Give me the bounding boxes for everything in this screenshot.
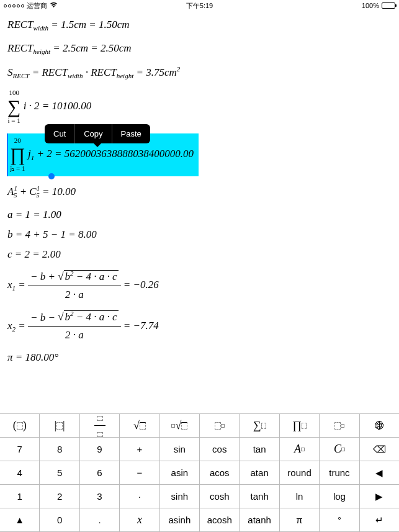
battery-icon	[382, 2, 395, 9]
status-time: 下午5:19	[186, 1, 213, 11]
eq-x1[interactable]: x1 = − b + √b2 − 4 · a · c 2 · a = −0.26	[7, 269, 392, 302]
arrow-right-icon: ▶	[375, 491, 383, 502]
key-log[interactable]: log	[320, 485, 359, 508]
eq-rect-area[interactable]: SRECT = RECTwidth · RECTheight = 3.75cm2	[7, 65, 392, 81]
key-sigma[interactable]: ∑	[240, 414, 279, 438]
key-nthroot[interactable]: √	[160, 414, 200, 438]
key-parens[interactable]: ()	[0, 414, 40, 438]
key-up[interactable]: ▲	[0, 508, 40, 532]
eq-c[interactable]: c = 2 = 2.00	[7, 247, 392, 262]
key-cos[interactable]: cos	[200, 438, 240, 461]
key-sinh[interactable]: sinh	[160, 485, 200, 508]
key-2[interactable]: 2	[40, 485, 79, 508]
arrow-up-icon: ▲	[15, 515, 24, 525]
key-8[interactable]: 8	[40, 438, 79, 461]
battery-pct: 100%	[362, 2, 379, 9]
cut-button[interactable]: Cut	[45, 124, 74, 143]
arrow-left-icon: ◀	[375, 467, 383, 479]
key-pi[interactable]: π	[280, 508, 320, 532]
key-product[interactable]: ∏	[280, 414, 320, 438]
key-globe[interactable]: 🌐︎	[360, 414, 399, 438]
key-sqrt[interactable]: √	[120, 414, 159, 438]
equation-canvas[interactable]: RECTwidth = 1.5cm = 1.50cm RECTheight = …	[0, 11, 399, 414]
key-decimal[interactable]: .	[80, 508, 120, 532]
wifi-icon	[50, 2, 58, 9]
key-tan[interactable]: tan	[240, 438, 279, 461]
key-5[interactable]: 5	[40, 461, 79, 485]
key-1[interactable]: 1	[0, 485, 40, 508]
key-power[interactable]	[200, 414, 240, 438]
carrier-label: 运营商	[27, 1, 47, 11]
key-atanh[interactable]: atanh	[240, 508, 279, 532]
key-subscript[interactable]	[320, 414, 359, 438]
status-right: 100%	[362, 2, 395, 9]
math-keyboard: () || √ √ ∑ ∏ 🌐︎ 7 8 9 + sin cos tan A C…	[0, 413, 399, 532]
eq-rect-height[interactable]: RECTheight = 2.5cm = 2.50cm	[7, 41, 392, 57]
key-enter[interactable]: ↵	[360, 508, 399, 532]
key-left[interactable]: ◀	[360, 461, 399, 485]
key-asin[interactable]: asin	[160, 461, 200, 485]
eq-permutation-combination[interactable]: A15 + C15 = 10.00	[7, 184, 392, 200]
key-dot-op[interactable]: ·	[120, 485, 159, 508]
backspace-icon: ⌫	[373, 444, 386, 455]
eq-pi[interactable]: π = 180.00°	[7, 350, 392, 365]
context-menu: Cut Copy Paste	[45, 124, 150, 143]
globe-icon: 🌐︎	[375, 420, 384, 431]
key-trunc[interactable]: trunc	[320, 461, 359, 485]
key-fraction[interactable]	[80, 414, 120, 438]
key-acos[interactable]: acos	[200, 461, 240, 485]
key-backspace[interactable]: ⌫	[360, 438, 399, 461]
key-brackets[interactable]: ||	[40, 414, 79, 438]
key-ln[interactable]: ln	[280, 485, 320, 508]
copy-button[interactable]: Copy	[74, 124, 111, 143]
key-0[interactable]: 0	[40, 508, 79, 532]
key-asinh[interactable]: asinh	[160, 508, 200, 532]
key-7[interactable]: 7	[0, 438, 40, 461]
eq-b[interactable]: b = 4 + 5 − 1 = 8.00	[7, 227, 392, 242]
status-left: 运营商	[4, 1, 58, 11]
key-cosh[interactable]: cosh	[200, 485, 240, 508]
key-acosh[interactable]: acosh	[200, 508, 240, 532]
key-right[interactable]: ▶	[360, 485, 399, 508]
key-x[interactable]: x	[120, 508, 159, 532]
key-degree[interactable]: °	[320, 508, 359, 532]
status-bar: 运营商 下午5:19 100%	[0, 0, 399, 11]
key-permutation[interactable]: A	[280, 438, 320, 461]
eq-summation[interactable]: 100 ∑ i = 1 i · 2 = 10100.00	[7, 88, 392, 126]
key-9[interactable]: 9	[80, 438, 120, 461]
enter-icon: ↵	[375, 515, 383, 526]
key-6[interactable]: 6	[80, 461, 120, 485]
key-3[interactable]: 3	[80, 485, 120, 508]
key-atan[interactable]: atan	[240, 461, 279, 485]
key-minus[interactable]: −	[120, 461, 159, 485]
signal-icon	[4, 4, 24, 7]
key-round[interactable]: round	[280, 461, 320, 485]
key-plus[interactable]: +	[120, 438, 159, 461]
key-tanh[interactable]: tanh	[240, 485, 279, 508]
paste-button[interactable]: Paste	[112, 124, 150, 143]
key-combination[interactable]: C	[320, 438, 359, 461]
eq-a[interactable]: a = 1 = 1.00	[7, 207, 392, 222]
eq-rect-width[interactable]: RECTwidth = 1.5cm = 1.50cm	[7, 17, 392, 34]
eq-x2[interactable]: x2 = − b − √b2 − 4 · a · c 2 · a = −7.74	[7, 310, 392, 343]
key-sin[interactable]: sin	[160, 438, 200, 461]
key-4[interactable]: 4	[0, 461, 40, 485]
